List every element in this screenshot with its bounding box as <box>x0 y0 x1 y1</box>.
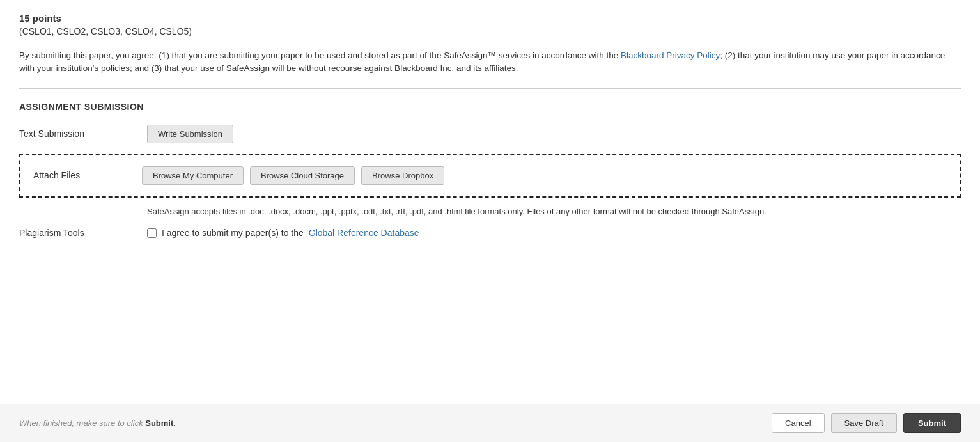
agreement-text: By submitting this paper, you agree: (1)… <box>19 49 961 75</box>
plagiarism-checkbox-label: I agree to submit my paper(s) to the <box>162 228 304 238</box>
footer-buttons: Cancel Save Draft Submit <box>772 413 961 433</box>
attach-files-dashed-box: Attach Files Browse My Computer Browse C… <box>19 154 961 198</box>
section-divider <box>19 88 961 89</box>
safeassign-note: SafeAssign accepts files in .doc, .docx,… <box>147 205 961 218</box>
browse-my-computer-button[interactable]: Browse My Computer <box>142 166 244 185</box>
browse-dropbox-button[interactable]: Browse Dropbox <box>361 166 444 185</box>
browse-cloud-storage-button[interactable]: Browse Cloud Storage <box>250 166 355 185</box>
attach-files-row: Attach Files Browse My Computer Browse C… <box>33 166 947 185</box>
points-label: 15 points <box>19 13 961 24</box>
global-reference-database-link[interactable]: Global Reference Database <box>309 228 419 238</box>
plagiarism-controls: I agree to submit my paper(s) to the Glo… <box>147 228 419 238</box>
main-content: 15 points (CSLO1, CSLO2, CSLO3, CSLO4, C… <box>0 0 980 238</box>
text-submission-label: Text Submission <box>19 125 147 139</box>
submit-button[interactable]: Submit <box>903 413 961 433</box>
blackboard-privacy-policy-link[interactable]: Blackboard Privacy Policy <box>621 51 720 60</box>
global-reference-database-checkbox[interactable] <box>147 228 157 238</box>
footer-hint-bold: Submit. <box>145 418 176 428</box>
cslo-label: (CSLO1, CSLO2, CSLO3, CSLO4, CSLO5) <box>19 26 961 36</box>
save-draft-button[interactable]: Save Draft <box>831 413 897 433</box>
text-submission-controls: Write Submission <box>147 125 961 143</box>
footer-bar: When finished, make sure to click Submit… <box>0 404 980 442</box>
agreement-text-before-link: By submitting this paper, you agree: (1)… <box>19 51 621 60</box>
write-submission-button[interactable]: Write Submission <box>147 125 233 143</box>
footer-hint: When finished, make sure to click Submit… <box>19 418 772 428</box>
section-title: ASSIGNMENT SUBMISSION <box>19 102 961 112</box>
plagiarism-tools-row: Plagiarism Tools I agree to submit my pa… <box>19 228 961 238</box>
text-submission-row: Text Submission Write Submission <box>19 125 961 143</box>
attach-buttons-group: Browse My Computer Browse Cloud Storage … <box>142 166 444 185</box>
cancel-button[interactable]: Cancel <box>772 413 824 433</box>
attach-files-label: Attach Files <box>33 170 136 180</box>
plagiarism-tools-label: Plagiarism Tools <box>19 228 147 238</box>
footer-hint-normal: When finished, make sure to click <box>19 418 145 428</box>
